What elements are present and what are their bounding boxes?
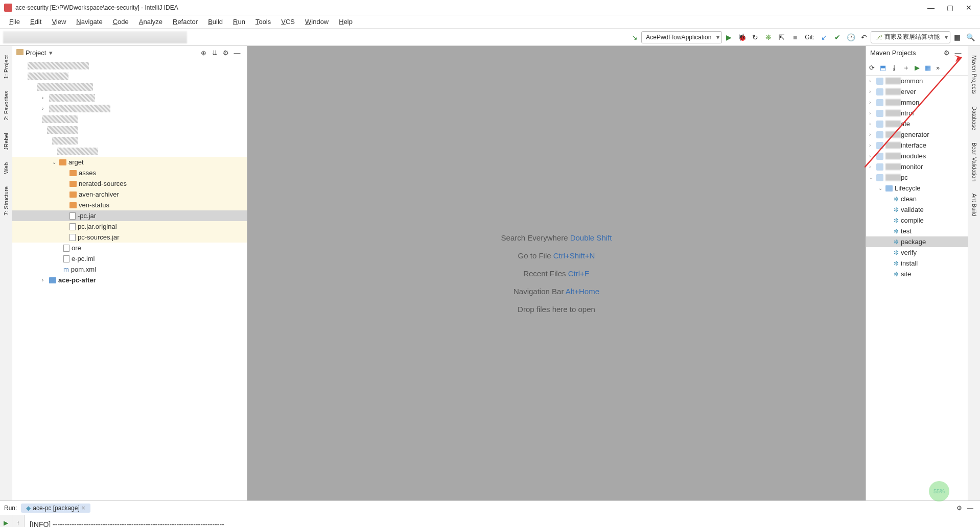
maven-goal-compile[interactable]: ✼compile — [866, 215, 968, 226]
menu-edit[interactable]: Edit — [25, 16, 46, 28]
run-second-gutter: ↑ ↓ ↩ ⤓ 🖶 🗑 — [12, 515, 25, 527]
tree-item-label[interactable]: arget — [68, 158, 84, 166]
menu-build[interactable]: Build — [203, 16, 228, 28]
right-tab-maven-projects[interactable]: Maven Projects — [970, 49, 978, 100]
maven-module-row[interactable]: ›erver — [866, 86, 968, 97]
tree-item-label[interactable]: -pc.jar — [78, 212, 96, 220]
maven-goal-site[interactable]: ✼site — [866, 269, 968, 279]
close-button[interactable]: ✕ — [966, 4, 972, 12]
coverage-icon[interactable]: ↻ — [749, 31, 762, 44]
maven-panel-title: Maven Projects — [870, 49, 916, 57]
menu-refactor[interactable]: Refactor — [168, 16, 203, 28]
menu-tools[interactable]: Tools — [250, 16, 276, 28]
hide-icon[interactable]: — — [965, 505, 976, 512]
dropdown-icon[interactable]: ▾ — [49, 49, 53, 57]
left-tab-2--favorites[interactable]: 2: Favorites — [2, 85, 10, 126]
maven-module-row[interactable]: ›generator — [866, 129, 968, 140]
gear-icon[interactable]: ⚙ — [953, 505, 965, 512]
close-tab-icon[interactable]: × — [82, 505, 85, 512]
run-maven-icon[interactable]: ▶ — [915, 64, 920, 71]
maven-module-row[interactable]: ›modules — [866, 151, 968, 161]
show-options-icon[interactable]: » — [936, 64, 940, 71]
menu-window[interactable]: Window — [300, 16, 334, 28]
maven-goal-package[interactable]: ✼package — [866, 236, 968, 247]
build-icon[interactable]: ↘ — [628, 31, 641, 44]
maven-goal-validate[interactable]: ✼validate — [866, 204, 968, 215]
svg-rect-0 — [4, 4, 12, 12]
right-tab-bean-validation[interactable]: Bean Validation — [970, 136, 978, 187]
maximize-button[interactable]: ▢ — [947, 4, 953, 12]
hide-icon[interactable]: — — [231, 49, 243, 57]
maven-module-row[interactable]: ›ate — [866, 118, 968, 129]
stop-icon[interactable]: ■ — [788, 31, 802, 44]
menu-code[interactable]: Code — [108, 16, 134, 28]
run-config-combo[interactable]: AcePwdFlowApplication — [641, 31, 722, 43]
left-tab-web[interactable]: Web — [2, 156, 10, 180]
maven-module-row[interactable]: ›ntrol — [866, 108, 968, 118]
tree-item-label[interactable]: nerated-sources — [79, 180, 127, 187]
menu-analyze[interactable]: Analyze — [134, 16, 168, 28]
hide-icon[interactable]: — — [952, 49, 964, 57]
menu-view[interactable]: View — [46, 16, 71, 28]
maven-module-row[interactable]: ›monitor — [866, 161, 968, 172]
left-tab-jrebel[interactable]: JRebel — [2, 127, 10, 156]
generate-sources-icon[interactable]: ⬒ — [880, 64, 886, 71]
gear-icon[interactable]: ⚙ — [220, 49, 231, 57]
debug-icon[interactable]: 🐞 — [735, 31, 749, 44]
maven-module-row[interactable]: ›mmon — [866, 97, 968, 108]
left-tab-1--project[interactable]: 1: Project — [2, 49, 10, 85]
project-panel-title[interactable]: Project — [26, 49, 46, 57]
tree-item-label[interactable]: ven-status — [79, 201, 109, 209]
menu-run[interactable]: Run — [228, 16, 250, 28]
tree-item-label[interactable]: asses — [79, 169, 96, 177]
branch-combo[interactable]: ⎇商家及家居结算功能 — [871, 31, 950, 43]
maven-goal-verify[interactable]: ✼verify — [866, 247, 968, 258]
tree-item-label[interactable]: pc-sources.jar — [78, 233, 120, 241]
tree-item-label[interactable]: ace-pc-after — [58, 276, 96, 284]
tree-item-label[interactable]: aven-archiver — [79, 190, 119, 198]
menu-navigate[interactable]: Navigate — [71, 16, 107, 28]
tree-item-label[interactable]: pc.jar.original — [78, 223, 117, 230]
right-tab-ant-build[interactable]: Ant Build — [970, 187, 978, 222]
run-panel-header: Run: ◆ ace-pc [package] × ⚙ — — [0, 501, 980, 515]
toggle-offline-icon[interactable]: ▦ — [925, 64, 931, 71]
maven-goal-clean[interactable]: ✼clean — [866, 194, 968, 204]
run-console[interactable]: [INFO] ---------------------------------… — [25, 515, 980, 527]
project-structure-icon[interactable]: ▦ — [950, 31, 964, 44]
project-tree[interactable]: › › ⌄arget asses nerated-sources aven-ar… — [12, 60, 247, 500]
vcs-update-icon[interactable]: ↙ — [818, 31, 831, 44]
vcs-revert-icon[interactable]: ↶ — [857, 31, 871, 44]
collapse-all-icon[interactable]: ⇊ — [209, 49, 220, 57]
add-icon[interactable]: ＋ — [903, 63, 909, 73]
tree-item-label[interactable]: ore — [72, 244, 81, 252]
left-tab-7--structure[interactable]: 7: Structure — [2, 180, 10, 222]
maven-lifecycle-folder[interactable]: ⌄Lifecycle — [866, 183, 968, 194]
attach-icon[interactable]: ⇱ — [775, 31, 788, 44]
maven-module-row[interactable]: ⌄pc — [866, 172, 968, 183]
vcs-commit-icon[interactable]: ✔ — [831, 31, 844, 44]
up-icon[interactable]: ↑ — [14, 518, 23, 527]
breadcrumb-blurred — [3, 31, 187, 43]
tree-item-label[interactable]: e-pc.iml — [72, 255, 95, 262]
maven-module-row[interactable]: ›ommon — [866, 76, 968, 86]
reimport-icon[interactable]: ⟳ — [869, 64, 875, 71]
maven-module-row[interactable]: ›interface — [866, 140, 968, 151]
maven-tree[interactable]: ›ommon›erver›mmon›ntrol›ate›generator›in… — [866, 76, 968, 500]
maven-goal-test[interactable]: ✼test — [866, 226, 968, 236]
right-tab-database[interactable]: Database — [970, 100, 978, 136]
gear-icon[interactable]: ⚙ — [941, 49, 952, 57]
menu-file[interactable]: File — [4, 16, 25, 28]
maven-goal-install[interactable]: ✼install — [866, 258, 968, 269]
search-icon[interactable]: 🔍 — [964, 31, 977, 44]
scroll-from-source-icon[interactable]: ⊕ — [198, 49, 209, 57]
profile-icon[interactable]: ❋ — [762, 31, 775, 44]
menu-help[interactable]: Help — [334, 16, 358, 28]
rerun-icon[interactable]: ▶ — [2, 518, 11, 527]
download-icon[interactable]: ⭳ — [891, 64, 898, 71]
run-tab[interactable]: ◆ ace-pc [package] × — [21, 504, 90, 513]
tree-item-label[interactable]: pom.xml — [71, 266, 96, 273]
menu-vcs[interactable]: VCS — [276, 16, 300, 28]
run-icon[interactable]: ▶ — [722, 31, 735, 44]
vcs-history-icon[interactable]: 🕐 — [844, 31, 857, 44]
minimize-button[interactable]: — — [927, 4, 935, 12]
